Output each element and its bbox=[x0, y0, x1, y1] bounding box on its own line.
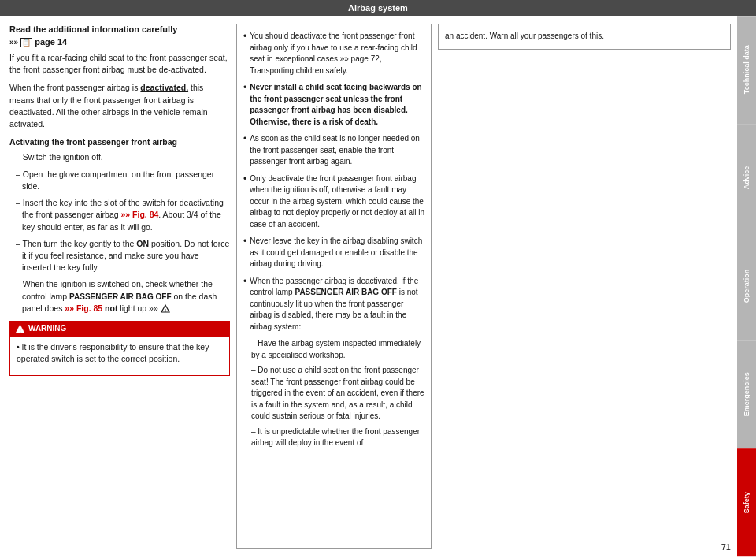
tab-emergencies[interactable]: Emergencies bbox=[737, 340, 756, 448]
bullet-dot: • bbox=[243, 173, 246, 186]
bullet-dot: • bbox=[243, 31, 246, 43]
warning-triangle-small-icon: ! bbox=[161, 304, 170, 314]
dash-item-5: – When the ignition is switched on, chec… bbox=[16, 278, 230, 314]
bullet-item-6: • When the passenger airbag is deactivat… bbox=[243, 276, 424, 333]
bullet-item-1: • You should deactivate the front passen… bbox=[243, 31, 424, 76]
tab-advice[interactable]: Advice bbox=[737, 124, 756, 232]
section-title: Read the additional information carefull… bbox=[9, 24, 230, 49]
warning-box: ! WARNING • It is the driver's responsib… bbox=[9, 321, 230, 376]
tab-operation[interactable]: Operation bbox=[737, 232, 756, 340]
content-area: Read the additional information carefull… bbox=[0, 16, 737, 556]
svg-text:!: ! bbox=[165, 308, 166, 313]
dash-item-1: – Switch the ignition off. bbox=[16, 151, 230, 163]
page-header: Airbag system bbox=[0, 0, 756, 16]
warning-header: ! WARNING bbox=[10, 322, 229, 337]
bullet-dot: • bbox=[243, 82, 246, 95]
sub-dash-1: – Have the airbag system inspected immed… bbox=[251, 338, 424, 361]
tab-safety[interactable]: Safety bbox=[737, 448, 756, 556]
bullet-item-3: • As soon as the child seat is no longer… bbox=[243, 133, 424, 168]
bullet-item-5: • Never leave the key in the airbag disa… bbox=[243, 236, 424, 270]
sub-dash-2: – Do not use a child seat on the front p… bbox=[251, 365, 424, 422]
subsection-title: Activating the front passenger front air… bbox=[9, 136, 230, 148]
left-column: Read the additional information carefull… bbox=[9, 24, 230, 549]
para2: When the front passenger airbag is deact… bbox=[9, 82, 230, 130]
warning-triangle-icon: ! bbox=[15, 324, 25, 334]
dash-item-2: – Open the glove compartment on the fron… bbox=[16, 169, 230, 192]
arrow-icon: »» bbox=[9, 38, 18, 46]
para1: If you fit a rear-facing child seat to t… bbox=[9, 52, 230, 76]
svg-text:!: ! bbox=[19, 327, 21, 334]
book-icon: 📋 bbox=[20, 38, 32, 47]
dash-item-3: – Insert the key into the slot of the sw… bbox=[16, 197, 230, 233]
tab-technical-data[interactable]: Technical data bbox=[737, 16, 756, 124]
right-column: an accident. Warn all your passengers of… bbox=[438, 24, 731, 549]
header-title: Airbag system bbox=[348, 3, 408, 13]
side-tabs: Technical data Advice Operation Emergenc… bbox=[737, 16, 756, 556]
sub-dash-3: – It is unpredictable whether the front … bbox=[251, 426, 424, 449]
warning-text: • It is the driver's responsibility to e… bbox=[17, 341, 223, 364]
bullet-item-2: • Never install a child seat facing back… bbox=[243, 82, 424, 128]
info-box: an accident. Warn all your passengers of… bbox=[438, 24, 731, 50]
middle-column: • You should deactivate the front passen… bbox=[236, 24, 432, 549]
page-number: 71 bbox=[721, 542, 731, 552]
dash-item-4: – Then turn the key gently to the ON pos… bbox=[16, 238, 230, 274]
bullet-dot: • bbox=[243, 276, 246, 288]
bullet-item-4: • Only deactivate the front passenger fr… bbox=[243, 173, 424, 231]
bullet-dot: • bbox=[243, 236, 246, 248]
bullet-dot: • bbox=[243, 133, 246, 146]
